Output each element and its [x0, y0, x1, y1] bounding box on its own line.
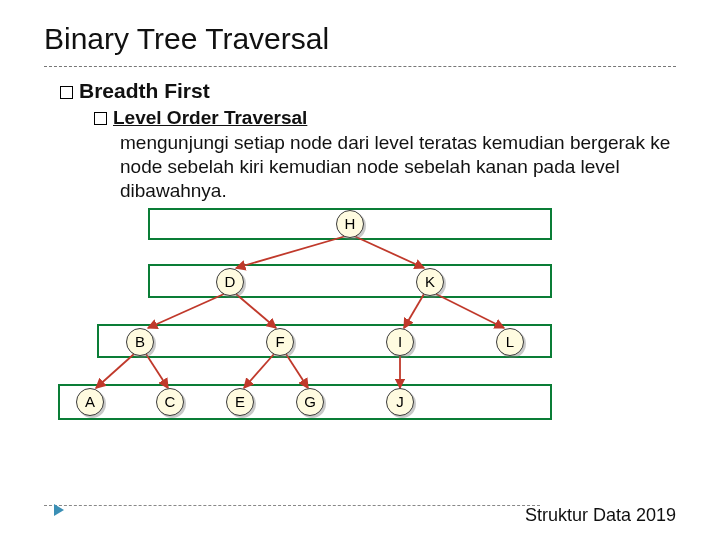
footer-text: Struktur Data 2019: [525, 505, 676, 526]
divider-bottom: [44, 505, 540, 506]
tree-edges: [0, 202, 720, 502]
checkbox-icon: [94, 112, 107, 125]
svg-line-5: [436, 294, 504, 328]
subheading-text: Level Order Traversal: [113, 107, 307, 128]
svg-line-4: [404, 294, 424, 328]
svg-line-9: [286, 354, 308, 388]
svg-line-0: [236, 236, 346, 268]
page-title: Binary Tree Traversal: [0, 0, 720, 66]
svg-line-3: [236, 294, 276, 328]
subheading-row: Level Order Traversal: [60, 107, 676, 129]
tree-diagram: H D K B F I L A C E G J: [0, 202, 720, 502]
content-block: Breadth First Level Order Traversal meng…: [0, 75, 720, 202]
svg-line-7: [146, 354, 168, 388]
svg-line-8: [244, 354, 274, 388]
divider-top: [44, 66, 676, 67]
description-text: mengunjungi setiap node dari level terat…: [120, 131, 676, 202]
svg-line-2: [148, 294, 224, 328]
svg-line-6: [96, 354, 134, 388]
triangle-bullet-icon: [54, 504, 64, 516]
svg-line-1: [354, 236, 424, 268]
heading-text: Breadth First: [79, 79, 210, 102]
heading-breadth-first: Breadth First: [60, 79, 676, 103]
checkbox-icon: [60, 86, 73, 99]
